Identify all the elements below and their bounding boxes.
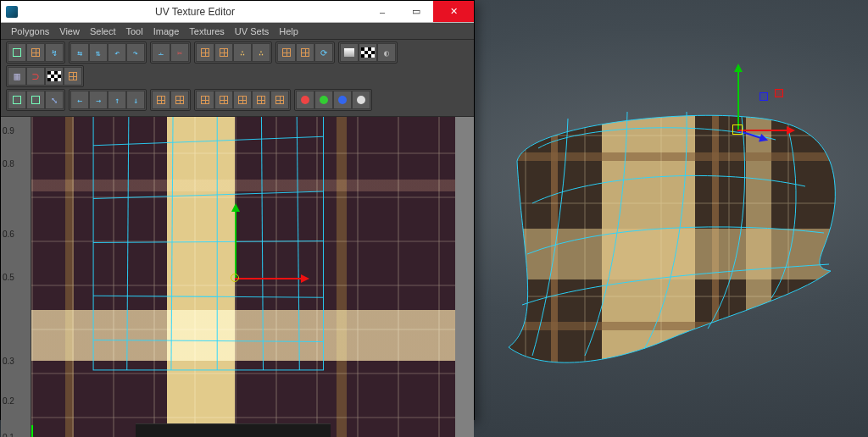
uv-smudge-icon[interactable] (26, 43, 45, 62)
ruler-vertical: 0.9 0.8 0.6 0.5 0.3 0.2 0.1 (1, 117, 31, 437)
grid-c-icon[interactable] (233, 91, 252, 109)
channel-b-icon[interactable] (333, 91, 352, 109)
minimize-button[interactable]: – (365, 1, 399, 22)
axis-u-icon[interactable] (235, 278, 303, 279)
axis-v-icon[interactable] (235, 210, 236, 278)
perspective-viewport[interactable] (475, 0, 868, 437)
unfold-icon[interactable] (252, 43, 270, 62)
channel-a-icon[interactable] (352, 91, 370, 109)
pivot-icon[interactable] (231, 274, 239, 282)
ruler-tick: 0.3 (3, 356, 14, 365)
uv-smooth-icon[interactable]: ↯ (45, 43, 64, 62)
grid-origin-edge (31, 425, 33, 437)
ruler-tick: 0.9 (3, 125, 14, 135)
cut-uv-icon[interactable]: ✂ (170, 43, 189, 62)
uv-texture-editor-window: UV Texture Editor – ▭ ✕ Polygons View Se… (0, 0, 475, 420)
close-button[interactable]: ✕ (433, 1, 474, 22)
layout-icon[interactable] (233, 43, 252, 62)
plane-yz-icon[interactable] (760, 92, 768, 101)
copy-uv-icon[interactable] (152, 91, 170, 109)
nudge-left-icon[interactable]: ← (70, 91, 89, 109)
pivot-3d-icon[interactable] (732, 124, 743, 135)
menu-textures[interactable]: Textures (186, 26, 228, 36)
timeline-bar[interactable] (136, 423, 331, 437)
grid-a-icon[interactable] (196, 91, 214, 109)
align-v-icon[interactable] (214, 43, 233, 62)
maximize-button[interactable]: ▭ (399, 1, 433, 22)
dim-image-icon[interactable]: ◐ (377, 43, 396, 62)
titlebar[interactable]: UV Texture Editor – ▭ ✕ (1, 1, 474, 23)
nudge-up-icon[interactable]: ↑ (108, 91, 126, 109)
nudge-right-icon[interactable]: → (89, 91, 108, 109)
ruler-tick: 0.2 (3, 396, 14, 405)
ruler-tick: 0.1 (3, 433, 14, 437)
nudge-down-icon[interactable]: ↓ (126, 91, 145, 109)
snap-px-icon[interactable] (45, 67, 64, 86)
menu-select[interactable]: Select (86, 26, 120, 36)
rotate-ccw-icon[interactable]: ↶ (108, 43, 126, 62)
ruler-tick: 0.6 (3, 229, 14, 238)
plane-xy-icon[interactable] (775, 89, 783, 97)
rotate-cw-icon[interactable]: ↷ (126, 43, 145, 62)
menu-uvsets[interactable]: UV Sets (231, 26, 272, 36)
magnet-icon[interactable]: ⊃ (26, 67, 45, 86)
maya-icon (6, 6, 18, 18)
textured-mesh (492, 102, 848, 381)
axis-y-icon[interactable] (737, 70, 739, 130)
grid-e-icon[interactable] (270, 91, 289, 109)
paste-uv-icon[interactable] (170, 91, 189, 109)
ruler-tick: 0.5 (3, 273, 14, 282)
menubar: Polygons View Select Tool Image Textures… (1, 23, 474, 40)
align-u-icon[interactable] (196, 43, 214, 62)
uv-lattice-icon[interactable] (8, 43, 26, 62)
menu-view[interactable]: View (56, 26, 83, 36)
cycle-icon[interactable]: ⟳ (314, 43, 333, 62)
flip-v-icon[interactable]: ⇅ (89, 43, 108, 62)
border-select-icon[interactable] (26, 91, 45, 109)
toolbar: ↯ ⇆ ⇅ ↶ ↷ ⫠ ✂ ⟳ (1, 40, 474, 117)
uv-canvas[interactable] (31, 117, 474, 437)
shell-select-icon[interactable] (8, 91, 26, 109)
sew-uv-icon[interactable]: ⫠ (152, 43, 170, 62)
image-display-icon[interactable] (340, 43, 359, 62)
grid-snap-icon[interactable] (277, 43, 296, 62)
menu-help[interactable]: Help (275, 26, 302, 36)
channel-r-icon[interactable] (296, 91, 314, 109)
uv-canvas-area: 0.9 0.8 0.6 0.5 0.3 0.2 0.1 (1, 117, 474, 437)
calendar-icon[interactable]: ▦ (8, 67, 26, 86)
axis-x-icon[interactable] (737, 130, 788, 131)
channel-g-icon[interactable] (314, 91, 333, 109)
checker-icon[interactable] (359, 43, 377, 62)
menu-polygons[interactable]: Polygons (8, 26, 53, 36)
window-title: UV Texture Editor (25, 6, 365, 18)
snap-grid-icon[interactable] (64, 67, 82, 86)
flip-u-icon[interactable]: ⇆ (70, 43, 89, 62)
grid-b-icon[interactable] (214, 91, 233, 109)
texture-image (31, 117, 455, 437)
menu-tool[interactable]: Tool (123, 26, 147, 36)
ruler-tick: 0.8 (3, 159, 14, 169)
grid-d-icon[interactable] (252, 91, 270, 109)
px-snap-icon[interactable] (296, 43, 314, 62)
expand-select-icon[interactable]: ⤡ (45, 91, 64, 109)
menu-image[interactable]: Image (150, 26, 183, 36)
